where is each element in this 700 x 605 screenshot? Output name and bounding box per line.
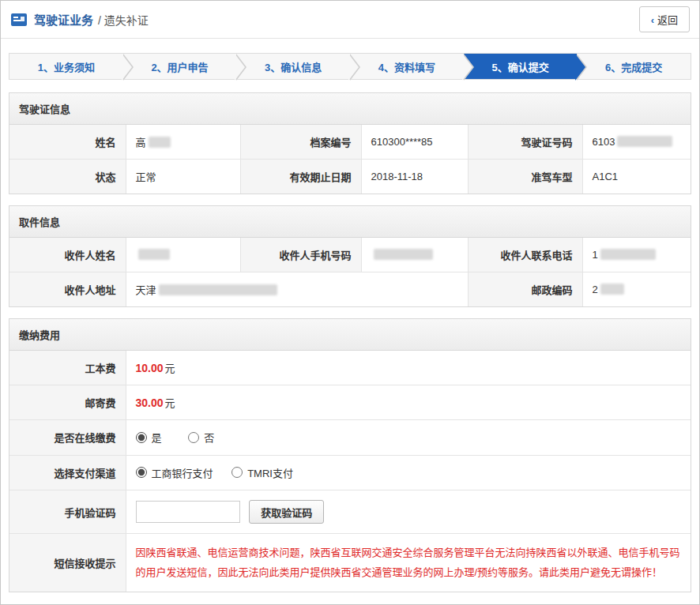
table-row: 选择支付渠道 工商银行支付 TMRI支付 — [9, 455, 691, 490]
redacted-text — [600, 284, 624, 295]
channel-options: 工商银行支付 TMRI支付 — [126, 455, 691, 490]
channel-tmri-option[interactable]: TMRI支付 — [231, 465, 293, 480]
redacted-text — [149, 137, 171, 148]
sms-notice-text: 因陕西省联通、电信运营商技术问题，陕西省互联网交通安全综合服务管理平台无法向持陕… — [126, 534, 691, 592]
license-card-icon — [10, 11, 28, 28]
address-value: 天津 — [126, 272, 468, 307]
table-row: 收件人地址 天津 邮政编码 2 — [9, 272, 691, 307]
step-5-confirm-submit[interactable]: 5、确认提交 — [464, 54, 578, 79]
card-fee-label: 工本费 — [9, 351, 126, 385]
online-pay-options: 是 否 — [126, 420, 691, 456]
recipient-phone-text: 1 — [593, 249, 598, 261]
recipient-mobile-label: 收件人手机号码 — [240, 238, 361, 272]
page-subtitle: / 遗失补证 — [98, 12, 149, 28]
channel-icbc-radio[interactable] — [136, 467, 147, 478]
online-pay-yes-radio[interactable] — [136, 432, 147, 443]
table-row: 是否在线缴费 是 否 — [9, 420, 691, 456]
recipient-name-value — [126, 238, 240, 272]
page-header: 驾驶证业务 / 遗失补证 ‹返回 — [1, 1, 699, 39]
address-text: 天津 — [136, 284, 156, 296]
name-label: 姓名 — [9, 125, 126, 160]
step-1-business-notice[interactable]: 1、业务须知 — [9, 54, 123, 79]
payment-title: 缴纳费用 — [9, 319, 691, 351]
vehicle-class-label: 准驾车型 — [468, 160, 582, 194]
recipient-name-label: 收件人姓名 — [9, 238, 126, 272]
driver-license-service-page: 驾驶证业务 / 遗失补证 ‹返回 1、业务须知 2、用户申告 3、确认信息 4、… — [0, 0, 700, 605]
payment-section: 缴纳费用 工本费 10.00元 邮寄费 30.00元 是否在线缴费 是 — [9, 318, 691, 592]
card-fee-value: 10.00元 — [126, 351, 691, 385]
expiry-label: 有效期止日期 — [240, 160, 361, 194]
name-value: 高 — [126, 125, 240, 160]
table-row: 工本费 10.00元 — [9, 351, 691, 385]
online-pay-no-option[interactable]: 否 — [188, 430, 214, 445]
postal-code-label: 邮政编码 — [468, 272, 582, 307]
postal-code-text: 2 — [593, 284, 598, 295]
step-label: 2、用户申告 — [151, 59, 208, 74]
file-number-value: 610300****85 — [361, 125, 468, 160]
table-row: 短信接收提示 因陕西省联通、电信运营商技术问题，陕西省互联网交通安全综合服务管理… — [9, 534, 691, 592]
postage-fee-amount: 30.00 — [136, 396, 164, 409]
step-4-fill-data[interactable]: 4、资料填写 — [350, 54, 464, 79]
step-6-complete-submit[interactable]: 6、完成提交 — [577, 54, 691, 79]
postage-fee-label: 邮寄费 — [9, 385, 126, 420]
redacted-text — [138, 249, 170, 260]
redacted-text — [617, 136, 672, 147]
pickup-info-table: 收件人姓名 收件人手机号码 收件人联系电话 1 收件人地址 天津 邮政编码 2 — [9, 238, 691, 306]
channel-icbc-label: 工商银行支付 — [152, 465, 213, 480]
license-info-table: 姓名 高 档案编号 610300****85 驾驶证号码 6103 状态 正常 … — [9, 125, 691, 194]
channel-label: 选择支付渠道 — [9, 455, 126, 490]
table-row: 姓名 高 档案编号 610300****85 驾驶证号码 6103 — [9, 125, 691, 160]
step-navigation: 1、业务须知 2、用户申告 3、确认信息 4、资料填写 5、确认提交 6、完成提… — [9, 53, 691, 80]
card-fee-amount: 10.00 — [136, 362, 164, 374]
license-info-section: 驾驶证信息 姓名 高 档案编号 610300****85 驾驶证号码 6103 … — [9, 92, 691, 194]
step-label: 5、确认提交 — [491, 59, 548, 74]
step-label: 3、确认信息 — [265, 59, 322, 74]
pickup-info-title: 取件信息 — [9, 206, 691, 238]
payment-table: 工本费 10.00元 邮寄费 30.00元 是否在线缴费 是 否 — [9, 351, 691, 592]
postal-code-value: 2 — [582, 272, 691, 307]
table-row: 收件人姓名 收件人手机号码 收件人联系电话 1 — [9, 238, 691, 272]
recipient-mobile-value — [361, 238, 468, 272]
channel-icbc-option[interactable]: 工商银行支付 — [136, 465, 213, 480]
vehicle-class-value: A1C1 — [582, 160, 691, 194]
sms-code-field: 获取验证码 — [126, 490, 691, 534]
fee-unit: 元 — [165, 363, 175, 374]
get-code-button[interactable]: 获取验证码 — [249, 500, 324, 524]
license-number-value: 6103 — [582, 125, 691, 160]
redacted-text — [600, 249, 656, 260]
page-title: 驾驶证业务 — [34, 11, 93, 28]
online-pay-yes-label: 是 — [152, 430, 162, 445]
back-chevron-icon: ‹ — [651, 14, 654, 26]
license-number-text: 6103 — [593, 136, 615, 148]
step-3-confirm-info[interactable]: 3、确认信息 — [236, 54, 350, 79]
online-pay-no-radio[interactable] — [188, 432, 199, 443]
step-2-user-declaration[interactable]: 2、用户申告 — [123, 54, 237, 79]
back-button[interactable]: ‹返回 — [639, 6, 690, 32]
recipient-phone-value: 1 — [582, 238, 691, 272]
table-row: 手机验证码 获取验证码 — [9, 490, 691, 534]
recipient-phone-label: 收件人联系电话 — [468, 238, 582, 272]
postage-fee-value: 30.00元 — [126, 385, 691, 420]
channel-tmri-radio[interactable] — [231, 467, 243, 478]
online-pay-no-label: 否 — [204, 430, 214, 445]
redacted-text — [159, 284, 277, 295]
fee-unit: 元 — [165, 397, 175, 409]
sms-code-input[interactable] — [136, 501, 240, 523]
sms-notice-label: 短信接收提示 — [9, 534, 126, 592]
online-pay-yes-option[interactable]: 是 — [136, 430, 162, 445]
name-text: 高 — [136, 137, 146, 148]
table-row: 邮寄费 30.00元 — [9, 385, 691, 420]
redacted-text — [374, 249, 433, 260]
online-pay-label: 是否在线缴费 — [9, 420, 126, 456]
expiry-value: 2018-11-18 — [361, 160, 468, 194]
step-label: 4、资料填写 — [378, 59, 435, 74]
pickup-info-section: 取件信息 收件人姓名 收件人手机号码 收件人联系电话 1 收件人地址 天津 邮政… — [9, 205, 691, 307]
table-row: 状态 正常 有效期止日期 2018-11-18 准驾车型 A1C1 — [9, 160, 691, 194]
file-number-label: 档案编号 — [240, 125, 361, 160]
license-number-label: 驾驶证号码 — [468, 125, 582, 160]
license-info-title: 驾驶证信息 — [9, 93, 691, 125]
address-label: 收件人地址 — [9, 272, 126, 307]
step-label: 1、业务须知 — [38, 59, 95, 74]
channel-tmri-label: TMRI支付 — [247, 465, 293, 480]
status-value: 正常 — [126, 160, 240, 194]
